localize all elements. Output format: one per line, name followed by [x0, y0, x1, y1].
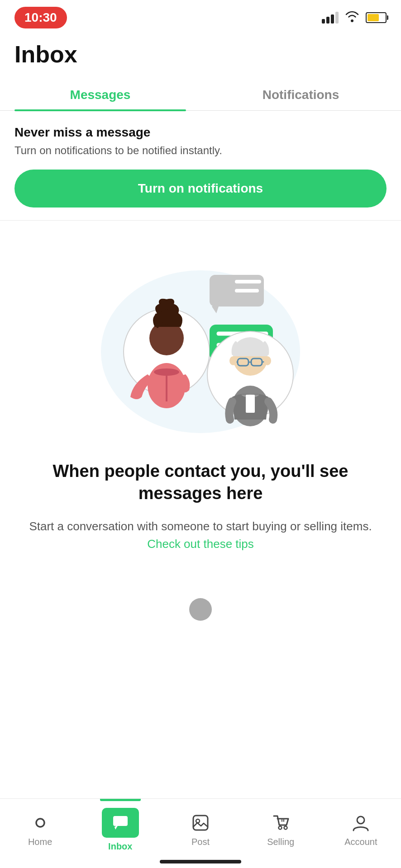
status-icons	[322, 10, 387, 25]
nav-label-post: Post	[191, 837, 210, 847]
svg-rect-26	[113, 816, 128, 826]
wifi-icon	[345, 10, 359, 25]
svg-point-31	[196, 819, 200, 823]
svg-point-32	[279, 826, 282, 830]
tab-bar: Messages Notifications	[0, 79, 401, 111]
home-indicator	[160, 860, 241, 863]
empty-state-title: When people contact you, you'll see mess…	[27, 460, 374, 505]
tab-notifications[interactable]: Notifications	[200, 79, 401, 110]
nav-item-selling[interactable]: Selling	[256, 812, 306, 847]
nav-item-account[interactable]: Account	[336, 812, 386, 847]
selling-icon	[270, 812, 291, 833]
tab-messages[interactable]: Messages	[0, 79, 200, 110]
messaging-illustration	[87, 248, 314, 438]
illustration-area	[0, 221, 401, 451]
notification-banner: Never miss a message Turn on notificatio…	[0, 111, 401, 221]
check-tips-link[interactable]: Check out these tips	[147, 537, 254, 551]
svg-rect-16	[246, 395, 255, 413]
nav-item-post[interactable]: Post	[176, 812, 225, 847]
nav-label-inbox: Inbox	[108, 841, 132, 852]
empty-state-subtitle: Start a conversation with someone to sta…	[27, 518, 374, 553]
scroll-indicator	[0, 571, 401, 657]
nav-item-home[interactable]: Home	[15, 812, 65, 847]
svg-point-33	[284, 826, 287, 830]
turn-on-notifications-button[interactable]: Turn on notifications	[14, 170, 387, 208]
scroll-dot	[189, 598, 212, 621]
page-title: Inbox	[0, 32, 401, 79]
nav-label-account: Account	[344, 837, 377, 847]
svg-point-23	[229, 356, 237, 365]
bottom-navigation: Home Inbox	[0, 798, 401, 868]
banner-subtitle: Turn on notifications to be notified ins…	[14, 144, 387, 157]
inbox-icon	[102, 808, 139, 838]
nav-item-inbox[interactable]: Inbox	[95, 808, 145, 852]
svg-point-25	[36, 819, 44, 827]
svg-rect-30	[193, 816, 208, 830]
nav-label-selling: Selling	[267, 837, 294, 847]
post-icon	[190, 812, 211, 833]
home-icon	[30, 812, 51, 833]
active-tab-bar	[100, 799, 141, 801]
time-display: 10:30	[14, 7, 67, 28]
empty-state: When people contact you, you'll see mess…	[0, 451, 401, 571]
signal-icon	[322, 12, 339, 24]
battery-icon	[366, 12, 387, 23]
account-icon	[350, 812, 371, 833]
svg-point-34	[357, 816, 364, 824]
svg-point-24	[264, 356, 271, 365]
banner-title: Never miss a message	[14, 125, 387, 140]
nav-label-home: Home	[28, 837, 52, 847]
status-bar: 10:30	[0, 0, 401, 32]
